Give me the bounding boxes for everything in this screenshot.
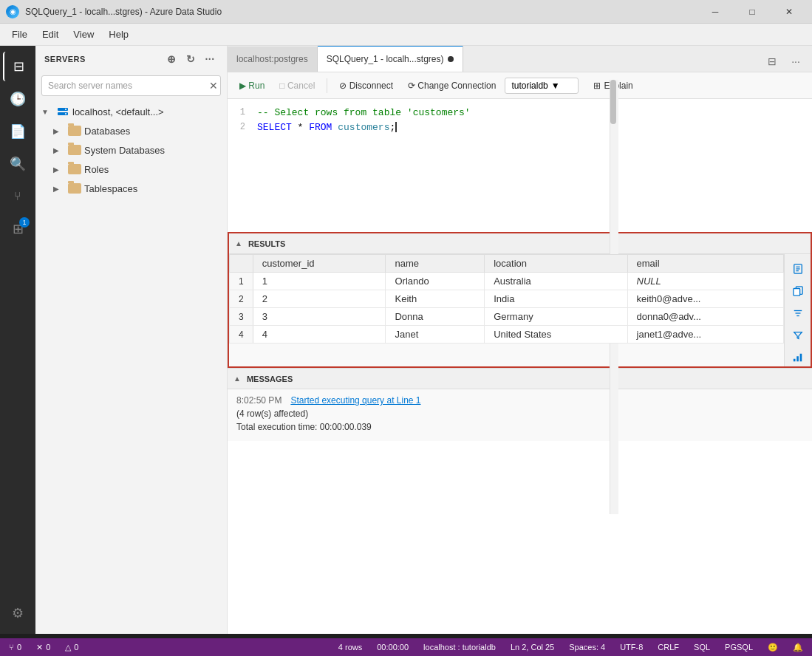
status-bar: ⑂ 0 ✕ 0 △ 0 4 rows 00:00:00 localhost : … <box>0 638 812 656</box>
status-encoding[interactable]: UTF-8 <box>617 643 646 652</box>
save-results-icon[interactable] <box>789 260 807 278</box>
row-3-customer-id: 3 <box>253 308 386 326</box>
explain-label: Explain <box>604 81 632 91</box>
filter-icon[interactable] <box>789 327 807 344</box>
git-status-text: 0 <box>17 643 21 652</box>
dropdown-arrow-icon: ▼ <box>551 81 560 91</box>
activity-extensions[interactable]: ⊞ 1 <box>3 214 33 244</box>
menu-edit[interactable]: Edit <box>36 26 64 43</box>
code-comment: -- Select rows from table 'customers' <box>257 107 812 118</box>
messages-collapse-icon[interactable]: ▲ <box>233 375 241 383</box>
new-connection-icon[interactable]: ⊕ <box>163 51 180 67</box>
results-title: RESULTS <box>248 239 286 248</box>
menu-file[interactable]: File <box>6 26 33 43</box>
chart-icon[interactable] <box>789 349 807 366</box>
activity-servers[interactable]: ⊟ <box>3 52 33 81</box>
tab-localhost[interactable]: localhost:postgres <box>228 47 318 72</box>
results-table: customer_id name location email 1 1 <box>229 254 784 344</box>
server-node[interactable]: ▼ localhost, <default...> <box>35 102 227 121</box>
row-num-header <box>230 255 253 273</box>
row-3-email: donna0@adv... <box>627 308 783 326</box>
extensions-badge: 1 <box>19 217 30 228</box>
status-position[interactable]: Ln 2, Col 25 <box>508 643 557 652</box>
databases-arrow: ▶ <box>53 127 65 135</box>
app-body: ⊟ 🕒 📄 🔍 ⑂ ⊞ 1 ⚙ SERVERS ⊕ ↻ ··· ✕ ▼ <box>0 46 812 634</box>
connection-text: localhost : tutorialdb <box>423 643 496 652</box>
title-bar-controls[interactable]: ─ □ ✕ <box>698 1 806 22</box>
status-bell[interactable]: 🔔 <box>790 643 806 652</box>
results-right-icons <box>784 254 811 366</box>
table-row[interactable]: 4 4 Janet United States janet1@adve... <box>230 326 784 344</box>
menu-view[interactable]: View <box>67 26 100 43</box>
message-text-2: (4 row(s) affected) <box>236 409 308 419</box>
window-title: SQLQuery_1 - localh...stgres) - Azure Da… <box>25 7 222 17</box>
results-collapse-icon[interactable]: ▲ <box>235 239 242 247</box>
menu-help[interactable]: Help <box>103 26 134 43</box>
code-editor[interactable]: 1 -- Select rows from table 'customers' … <box>228 99 812 232</box>
message-text-3: Total execution time: 00:00:00.039 <box>236 422 372 432</box>
row-1-name: Orlando <box>386 273 485 290</box>
disconnect-button[interactable]: ⊘ Disconnect <box>333 78 399 93</box>
status-rows[interactable]: 4 rows <box>335 643 365 652</box>
run-button[interactable]: ▶ Run <box>233 78 270 93</box>
search-close-icon[interactable]: ✕ <box>209 80 218 92</box>
copy-results-icon[interactable] <box>789 282 807 300</box>
activity-settings[interactable]: ⚙ <box>3 598 33 628</box>
dialect-text: PGSQL <box>725 643 753 652</box>
status-time[interactable]: 00:00:00 <box>374 643 412 652</box>
more-actions-icon[interactable]: ··· <box>202 51 218 67</box>
status-right: 4 rows 00:00:00 localhost : tutorialdb L… <box>335 643 806 652</box>
system-databases-node[interactable]: ▶ System Databases <box>35 140 227 160</box>
tab-sqlquery-label: SQLQuery_1 - localh...stgres) <box>327 54 444 64</box>
databases-node[interactable]: ▶ Databases <box>35 121 227 140</box>
status-eol[interactable]: CRLF <box>655 643 682 652</box>
status-git[interactable]: ⑂ 0 <box>6 643 24 652</box>
sort-icon[interactable] <box>789 304 807 322</box>
system-databases-folder-icon <box>68 145 81 155</box>
row-1-num: 1 <box>230 273 253 290</box>
status-warnings[interactable]: △ 0 <box>62 643 81 652</box>
refresh-icon[interactable]: ↻ <box>182 51 199 67</box>
status-errors[interactable]: ✕ 0 <box>33 643 53 652</box>
results-table-area: customer_id name location email 1 1 <box>229 254 784 366</box>
status-feedback[interactable]: 🙂 <box>765 643 781 652</box>
minimize-button[interactable]: ─ <box>698 1 732 22</box>
eol-text: CRLF <box>658 643 679 652</box>
split-editor-icon[interactable]: ⊟ <box>762 51 782 72</box>
line-number-1: 1 <box>228 107 257 117</box>
status-spaces[interactable]: Spaces: 4 <box>566 643 608 652</box>
tablespaces-label: Tablespaces <box>84 183 227 194</box>
svg-rect-13 <box>793 359 795 362</box>
row-4-customer-id: 4 <box>253 326 386 344</box>
change-connection-button[interactable]: ⟳ Change Connection <box>402 78 502 93</box>
git-status-icon: ⑂ <box>9 643 14 652</box>
table-row[interactable]: 1 1 Orlando Australia NULL <box>230 273 784 290</box>
code-line-1: 1 -- Select rows from table 'customers' <box>228 105 812 120</box>
roles-node[interactable]: ▶ Roles <box>35 160 227 179</box>
tablespaces-node[interactable]: ▶ Tablespaces <box>35 179 227 198</box>
table-row[interactable]: 2 2 Keith India keith0@adve... <box>230 290 784 308</box>
status-language[interactable]: SQL <box>691 643 713 652</box>
maximize-button[interactable]: □ <box>735 1 769 22</box>
roles-label: Roles <box>84 164 227 175</box>
message-link-1[interactable]: Started executing query at Line 1 <box>290 395 420 406</box>
search-input[interactable] <box>41 75 221 96</box>
activity-search[interactable]: 🔍 <box>3 149 33 179</box>
tab-sqlquery[interactable]: SQLQuery_1 - localh...stgres) <box>318 46 464 72</box>
database-selector[interactable]: tutorialdb ▼ <box>505 78 579 94</box>
activity-git[interactable]: ⑂ <box>3 182 33 211</box>
activity-explorer[interactable]: 📄 <box>3 117 33 146</box>
menu-bar: File Edit View Help <box>0 24 812 46</box>
col-name: name <box>386 255 485 273</box>
results-header-row: customer_id name location email <box>230 255 784 273</box>
status-dialect[interactable]: PGSQL <box>722 643 756 652</box>
cancel-button[interactable]: □ Cancel <box>273 78 321 93</box>
close-button[interactable]: ✕ <box>772 1 806 22</box>
editor-toolbar: ▶ Run □ Cancel ⊘ Disconnect ⟳ Change Con… <box>228 72 812 99</box>
table-row[interactable]: 3 3 Donna Germany donna0@adv... <box>230 308 784 326</box>
status-connection[interactable]: localhost : tutorialdb <box>420 643 499 652</box>
activity-history[interactable]: 🕒 <box>3 84 33 114</box>
row-4-location: United States <box>485 326 627 344</box>
more-tabs-icon[interactable]: ··· <box>785 51 806 72</box>
error-icon: ✕ <box>36 643 43 652</box>
